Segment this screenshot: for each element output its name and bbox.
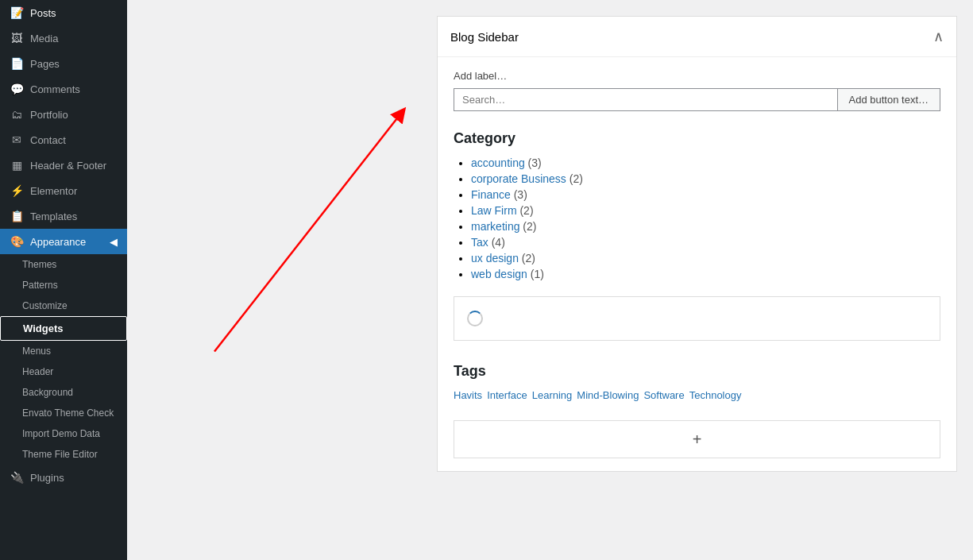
tag-link-software[interactable]: Software [643, 389, 684, 401]
sidebar-item-templates[interactable]: 📋 Templates [0, 203, 127, 229]
sidebar-item-portfolio[interactable]: 🗂 Portfolio [0, 102, 127, 127]
sidebar-item-appearance[interactable]: 🎨 Appearance ◀ [0, 229, 127, 254]
pages-icon: 📄 [10, 57, 24, 70]
blog-sidebar-header: Blog Sidebar ∧ [438, 17, 956, 57]
left-gray-area [127, 0, 421, 560]
sidebar-item-templates-label: Templates [30, 210, 77, 222]
appearance-submenu: Themes Patterns Customize Widgets Menus … [0, 254, 127, 465]
sidebar-item-media[interactable]: 🖼 Media [0, 25, 127, 51]
sidebar-item-widgets[interactable]: Widgets [0, 316, 127, 341]
blog-sidebar-title: Blog Sidebar [450, 30, 519, 44]
list-item: accounting (3) [471, 156, 940, 169]
appearance-chevron-icon: ◀ [110, 236, 118, 248]
comments-icon: 💬 [10, 83, 24, 95]
category-link-tax[interactable]: Tax (4) [471, 236, 505, 249]
tags-row: Havits Interface Learning Mind-Blowing S… [454, 389, 940, 401]
plus-icon: + [693, 431, 702, 449]
sidebar-item-posts[interactable]: 📝 Posts [0, 0, 127, 25]
category-link-corporate[interactable]: corporate Business (2) [471, 172, 583, 185]
sidebar-item-envato[interactable]: Envato Theme Check [0, 403, 127, 423]
add-label-text: Add label… [454, 70, 940, 82]
list-item: marketing (2) [471, 220, 940, 233]
templates-icon: 📋 [10, 210, 24, 222]
sidebar-item-posts-label: Posts [30, 7, 56, 19]
category-link-uxdesign[interactable]: ux design (2) [471, 252, 535, 265]
category-widget: Category accounting (3) corporate Busine… [438, 118, 956, 296]
tag-link-mindblowing[interactable]: Mind-Blowing [577, 389, 639, 401]
sidebar-item-contact[interactable]: ✉ Contact [0, 127, 127, 153]
appearance-icon: 🎨 [10, 235, 24, 248]
list-item: Finance (3) [471, 188, 940, 201]
list-item: Law Firm (2) [471, 204, 940, 217]
sidebar-item-pages-label: Pages [30, 58, 60, 70]
main-content: Blog Sidebar ∧ Add label… Add button tex… [421, 0, 973, 560]
sidebar-item-theme-editor[interactable]: Theme File Editor [0, 444, 127, 465]
content-area: Blog Sidebar ∧ Add label… Add button tex… [421, 0, 973, 497]
category-link-webdesign[interactable]: web design (1) [471, 268, 544, 280]
elementor-icon: ⚡ [10, 184, 24, 197]
sidebar-item-portfolio-label: Portfolio [30, 109, 68, 121]
list-item: ux design (2) [471, 252, 940, 265]
sidebar-item-header[interactable]: Header [0, 361, 127, 382]
sidebar-item-plugins[interactable]: 🔌 Plugins [0, 465, 127, 490]
sidebar-item-import[interactable]: Import Demo Data [0, 423, 127, 444]
sidebar-item-pages[interactable]: 📄 Pages [0, 51, 127, 76]
contact-icon: ✉ [10, 133, 24, 146]
tag-link-learning[interactable]: Learning [532, 389, 573, 401]
spinner-icon [467, 311, 483, 326]
sidebar-item-header-footer-label: Header & Footer [30, 160, 106, 172]
sidebar-item-patterns[interactable]: Patterns [0, 275, 127, 295]
category-link-marketing[interactable]: marketing (2) [471, 220, 536, 233]
sidebar-item-contact-label: Contact [30, 134, 66, 146]
sidebar-item-plugins-label: Plugins [30, 472, 64, 484]
search-row: Add button text… [454, 88, 940, 111]
add-button[interactable]: Add button text… [837, 88, 940, 111]
category-link-lawfirm[interactable]: Law Firm (2) [471, 204, 534, 217]
category-title: Category [454, 130, 940, 147]
sidebar-item-header-footer[interactable]: ▦ Header & Footer [0, 153, 127, 178]
tags-title: Tags [454, 363, 940, 380]
sidebar-item-comments-label: Comments [30, 83, 80, 95]
list-item: web design (1) [471, 268, 940, 280]
blog-sidebar-panel: Blog Sidebar ∧ Add label… Add button tex… [437, 16, 957, 472]
tag-link-technology[interactable]: Technology [689, 389, 742, 401]
sidebar-item-media-label: Media [30, 33, 58, 44]
plugins-icon: 🔌 [10, 471, 24, 484]
sidebar: 📝 Posts 🖼 Media 📄 Pages 💬 Comments 🗂 Por… [0, 0, 127, 560]
svg-line-1 [214, 114, 401, 352]
sidebar-item-comments[interactable]: 💬 Comments [0, 76, 127, 102]
tag-link-interface[interactable]: Interface [487, 389, 527, 401]
category-list: accounting (3) corporate Business (2) Fi… [454, 156, 940, 280]
sidebar-item-menus[interactable]: Menus [0, 341, 127, 361]
category-link-finance[interactable]: Finance (3) [471, 188, 527, 201]
search-input[interactable] [454, 88, 837, 111]
loading-box [454, 296, 940, 341]
sidebar-item-themes[interactable]: Themes [0, 254, 127, 275]
close-icon[interactable]: ∧ [933, 28, 944, 45]
portfolio-icon: 🗂 [10, 108, 24, 121]
arrow-svg [127, 0, 421, 560]
tag-link-havits[interactable]: Havits [454, 389, 482, 401]
list-item: Tax (4) [471, 236, 940, 249]
list-item: corporate Business (2) [471, 172, 940, 185]
media-icon: 🖼 [10, 32, 24, 44]
sidebar-item-elementor-label: Elementor [30, 185, 77, 197]
sidebar-item-elementor[interactable]: ⚡ Elementor [0, 178, 127, 203]
tags-widget: Tags Havits Interface Learning Mind-Blow… [438, 350, 956, 414]
category-link-accounting[interactable]: accounting (3) [471, 156, 542, 169]
add-widget-box[interactable]: + [454, 420, 940, 458]
sidebar-item-appearance-label: Appearance [30, 236, 86, 248]
sidebar-item-customize[interactable]: Customize [0, 295, 127, 316]
sidebar-item-background[interactable]: Background [0, 382, 127, 403]
header-footer-icon: ▦ [10, 159, 24, 172]
add-label-area: Add label… Add button text… [438, 57, 956, 118]
posts-icon: 📝 [10, 6, 24, 19]
